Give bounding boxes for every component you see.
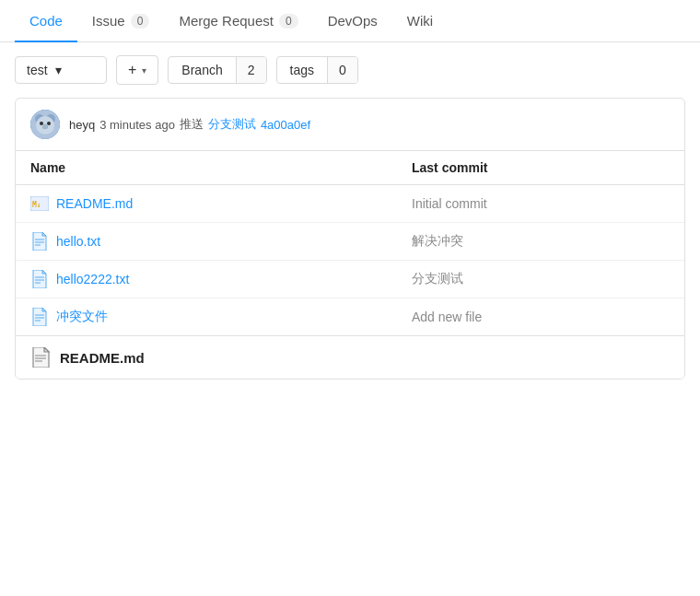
table-row[interactable]: hello2222.txt 分支测试 (16, 261, 684, 298)
toolbar: test ▾ + ▾ Branch 2 tags 0 (0, 42, 700, 98)
table-row[interactable]: 冲突文件 Add new file (16, 298, 684, 335)
tab-wiki-label: Wiki (407, 13, 433, 29)
avatar (30, 110, 60, 139)
svg-point-7 (43, 124, 48, 129)
file-name[interactable]: 冲突文件 (56, 309, 108, 325)
add-chevron-icon: ▾ (142, 65, 146, 76)
tab-issue-label: Issue (92, 13, 125, 29)
add-button[interactable]: + ▾ (116, 55, 158, 85)
avatar-image (30, 110, 60, 139)
readme-bar[interactable]: README.md (16, 335, 684, 379)
col-commit-header: Last commit (412, 160, 670, 175)
commit-hash[interactable]: 4a00a0ef (261, 118, 310, 132)
readme-title: README.md (60, 350, 145, 366)
file-commit: 分支测试 (412, 271, 670, 287)
tab-wiki[interactable]: Wiki (392, 0, 448, 41)
file-name-col: M↓ README.md (30, 194, 412, 213)
commit-message: 分支测试 (208, 116, 256, 133)
commit-bar: heyq 3 minutes ago 推送 分支测试 4a00a0ef (16, 99, 684, 151)
tab-code[interactable]: Code (15, 0, 77, 41)
file-name[interactable]: hello.txt (56, 234, 100, 249)
file-icon (30, 232, 49, 251)
file-name-col: 冲突文件 (30, 308, 412, 326)
tab-merge-request-label: Merge Request (179, 13, 274, 29)
plus-icon: + (128, 62, 136, 78)
svg-point-4 (40, 122, 43, 125)
readme-file-icon (30, 347, 51, 368)
col-name-header: Name (30, 160, 412, 175)
tab-devops[interactable]: DevOps (313, 0, 392, 41)
repo-container: heyq 3 minutes ago 推送 分支测试 4a00a0ef Name… (15, 98, 685, 380)
commit-author: heyq (69, 118, 95, 132)
file-name[interactable]: hello2222.txt (56, 272, 129, 286)
table-row[interactable]: hello.txt 解决冲突 (16, 223, 684, 261)
commit-info: heyq 3 minutes ago 推送 分支测试 4a00a0ef (69, 116, 310, 133)
tab-issue[interactable]: Issue 0 (77, 0, 165, 41)
branch-count: 2 (236, 57, 266, 83)
tab-merge-request-badge: 0 (279, 14, 298, 29)
branch-label: Branch (169, 57, 235, 83)
commit-action: 推送 (180, 116, 204, 133)
tab-devops-label: DevOps (328, 13, 378, 29)
nav-tabs: Code Issue 0 Merge Request 0 DevOps Wiki (0, 0, 700, 42)
tags-label: tags (277, 57, 327, 83)
tab-issue-badge: 0 (131, 14, 150, 29)
table-row[interactable]: M↓ README.md Initial commit (16, 185, 684, 223)
svg-point-5 (47, 122, 51, 125)
file-name-col: hello.txt (30, 232, 412, 251)
file-icon (30, 308, 49, 326)
branch-selector[interactable]: test ▾ (15, 56, 107, 84)
svg-text:M↓: M↓ (32, 201, 41, 209)
markdown-icon: M↓ (30, 194, 49, 213)
branch-selector-value: test (27, 63, 48, 77)
file-table: M↓ README.md Initial commit (16, 185, 684, 335)
chevron-down-icon: ▾ (55, 63, 62, 77)
file-commit: Initial commit (412, 196, 670, 211)
tags-count-button[interactable]: tags 0 (276, 56, 358, 84)
file-commit: Add new file (412, 310, 670, 324)
commit-time: 3 minutes ago (99, 118, 175, 132)
file-commit: 解决冲突 (412, 233, 670, 250)
branch-count-button[interactable]: Branch 2 (168, 56, 266, 84)
tab-merge-request[interactable]: Merge Request 0 (164, 0, 312, 41)
tab-code-label: Code (29, 13, 63, 29)
tags-count: 0 (327, 57, 357, 83)
file-name-col: hello2222.txt (30, 270, 412, 288)
file-name[interactable]: README.md (56, 196, 133, 211)
file-table-header: Name Last commit (16, 151, 684, 185)
file-icon (30, 270, 49, 288)
